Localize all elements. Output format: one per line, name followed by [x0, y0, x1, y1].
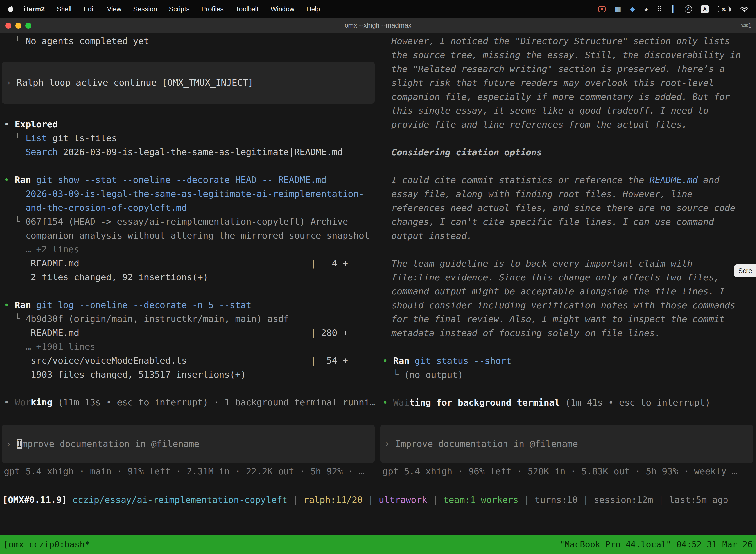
- status-word: ting for background terminal: [409, 397, 560, 407]
- git-log-command-line: • Ran git log --oneline --decorate -n 5 …: [4, 298, 378, 312]
- bullet: •: [4, 119, 15, 129]
- menu-item-window[interactable]: Window: [265, 5, 300, 13]
- agents-text: No agents completed yet: [25, 36, 149, 46]
- reasoning-heading: Considering citation options: [391, 146, 744, 159]
- tmux-status-bar: [omx-cczip0:bash* "MacBook-Pro-44.local"…: [0, 535, 756, 554]
- omx-version: [OMX#0.11.9]: [2, 495, 67, 505]
- tree-glyph: └: [4, 36, 25, 46]
- collapsed-lines-note: … +2 lines: [4, 242, 378, 257]
- command-text: git show --stat --oneline --decorate HEA…: [31, 175, 326, 185]
- window-shortcut-badge: ⌥⌘1: [740, 22, 752, 29]
- git-log-output-line: └ 4b9d30f (origin/main, instructkr/main,…: [4, 312, 378, 326]
- input-value: mprove documentation in @filename: [22, 439, 199, 449]
- bars-icon[interactable]: ║: [671, 6, 676, 13]
- prompt-input[interactable]: › Improve documentation in @filename: [380, 425, 753, 463]
- wifi-icon[interactable]: [740, 6, 749, 12]
- menu-item-scripts[interactable]: Scripts: [163, 5, 195, 13]
- stats-gauge-icon[interactable]: 8: [685, 5, 692, 13]
- status-word-shimmer: Wor: [15, 397, 31, 407]
- dots-grid-icon[interactable]: ⠿: [657, 6, 662, 13]
- menu-item-session[interactable]: Session: [127, 5, 163, 13]
- apple-menu-icon[interactable]: [7, 5, 14, 13]
- diamond-app-icon[interactable]: ◆: [630, 6, 635, 13]
- spacer: [67, 495, 72, 505]
- indent: [4, 147, 25, 157]
- git-show-output-line: └ 067f154 (HEAD -> essay/ai-reimplementa…: [4, 215, 378, 229]
- reasoning-paragraph: The team guideline is to back every impo…: [391, 257, 744, 340]
- tree-glyph: └: [4, 216, 25, 227]
- battery-body: 61: [718, 6, 730, 12]
- separator: |: [427, 495, 443, 505]
- omx-ralph-counter: ralph:11/20: [304, 495, 363, 505]
- reasoning-paragraph: I could cite commit statistics or refere…: [391, 173, 744, 243]
- status-detail: (1m 41s • esc to interrupt): [560, 397, 710, 407]
- menu-item-view[interactable]: View: [101, 5, 127, 13]
- diffstat-text: 2 files changed, 92 insertions(+): [4, 272, 208, 282]
- agents-line: └ No agents completed yet: [4, 34, 378, 48]
- diffstat-line: README.md | 280 +: [4, 326, 378, 340]
- prompt-input[interactable]: › Improve documentation in @filename: [2, 425, 375, 463]
- tree-glyph: └: [382, 370, 404, 380]
- ran-verb: Ran: [393, 356, 409, 366]
- commit-summary: 067f154 (HEAD -> essay/ai-reimplementati…: [25, 216, 348, 227]
- paragraph-text: I could cite commit statistics or refere…: [391, 175, 649, 185]
- omx-branch: cczip/essay/ai-reimplementation-copyleft: [72, 495, 288, 505]
- omx-team: team:1 workers: [443, 495, 518, 505]
- menu-item-toolbelt[interactable]: Toolbelt: [230, 5, 265, 13]
- right-terminal-pane[interactable]: However, I noticed the "Directory Struct…: [378, 33, 756, 487]
- separator: |: [363, 495, 379, 505]
- input-value: Improve documentation in @filename: [395, 439, 578, 449]
- close-button[interactable]: [5, 22, 11, 29]
- tree-glyph: └: [4, 133, 25, 143]
- keyboard-input-source-icon[interactable]: A: [701, 5, 709, 13]
- command-text: git status --short: [409, 356, 511, 366]
- bullet: •: [4, 300, 15, 310]
- diffstat-line: src/voice/voiceModeEnabled.ts | 54 +: [4, 354, 378, 368]
- command-output: (no output): [404, 370, 463, 380]
- battery-percent-label: 61: [722, 7, 726, 11]
- omx-last-activity: last:5m ago: [669, 495, 728, 505]
- separator: |: [653, 495, 669, 505]
- bullet: •: [4, 175, 15, 185]
- battery-icon[interactable]: 61: [718, 6, 731, 12]
- menu-item-shell[interactable]: Shell: [51, 5, 78, 13]
- traffic-lights: [5, 22, 31, 29]
- screen-recording-icon[interactable]: [598, 6, 606, 12]
- git-show-output-line: companion analysis without altering the …: [4, 229, 378, 242]
- menu-item-help[interactable]: Help: [300, 5, 326, 13]
- omx-mode: ultrawork: [379, 495, 427, 505]
- command-wrap-line: 2026-03-09-is-legal-the-same-as-legitima…: [4, 187, 378, 201]
- menu-item-iterm2[interactable]: iTerm2: [17, 5, 51, 13]
- circle-app-icon[interactable]: ◕: [644, 6, 648, 13]
- terminal-panes: └ No agents completed yet › Ralph loop a…: [0, 33, 756, 487]
- git-status-output-line: └ (no output): [382, 368, 756, 382]
- ralph-loop-text: Ralph loop active continue [OMX_TMUX_INJ…: [17, 77, 253, 88]
- screen-share-notification[interactable]: Scre: [734, 264, 756, 277]
- ran-verb: Ran: [15, 300, 31, 310]
- window-title-bar[interactable]: omx --xhigh --madmax ⌥⌘1: [0, 18, 756, 33]
- minimize-button[interactable]: [15, 22, 21, 29]
- tmux-session-label: [omx-cczip0:bash*: [3, 539, 90, 549]
- tool-verb: Search: [25, 147, 58, 157]
- left-terminal-pane[interactable]: └ No agents completed yet › Ralph loop a…: [0, 33, 378, 487]
- diffstat-line: 1903 files changed, 513517 insertions(+): [4, 368, 378, 382]
- macos-menu-bar: iTerm2 Shell Edit View Session Scripts P…: [0, 0, 756, 18]
- commit-summary: 4b9d30f (origin/main, instructkr/main, m…: [25, 314, 289, 324]
- battery-nub: [730, 8, 731, 11]
- command-text: 2026-03-09-is-legal-the-same-as-legitima…: [4, 189, 364, 199]
- tmux-host-clock: "MacBook-Pro-44.local" 04:52 31-Mar-26: [560, 539, 753, 549]
- menu-item-edit[interactable]: Edit: [78, 5, 101, 13]
- prompt-glyph: ›: [6, 77, 17, 88]
- diffstat-line: 2 files changed, 92 insertions(+): [4, 270, 378, 284]
- tool-verb: List: [25, 133, 47, 143]
- explored-heading: • Explored: [4, 117, 378, 131]
- explored-search-line: Search 2026-03-09-is-legal-the-same-as-l…: [4, 145, 378, 159]
- zoom-button[interactable]: [25, 22, 31, 29]
- status-word: king: [31, 397, 52, 407]
- menu-item-profiles[interactable]: Profiles: [195, 5, 230, 13]
- diffstat-text: 1903 files changed, 513517 insertions(+): [4, 369, 246, 380]
- separator: |: [578, 495, 594, 505]
- grid-app-icon[interactable]: ▦: [615, 6, 621, 13]
- separator: |: [519, 495, 535, 505]
- omx-status-bar: [OMX#0.11.9] cczip/essay/ai-reimplementa…: [0, 487, 756, 535]
